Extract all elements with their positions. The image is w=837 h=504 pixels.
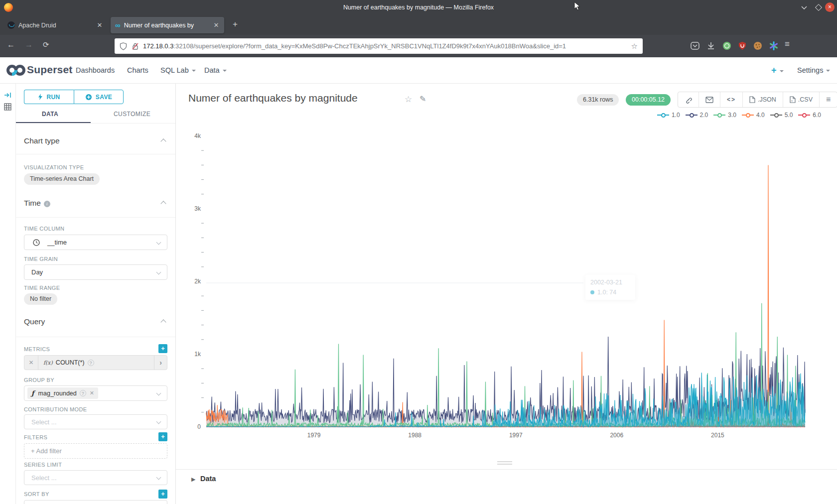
groupby-select[interactable]: ƒ mag_rounded ? ✕	[24, 385, 167, 401]
add-metric-button[interactable]: +	[158, 344, 167, 353]
groupby-pill[interactable]: ƒ mag_rounded ? ✕	[27, 387, 98, 399]
legend-item-2.0[interactable]: 2.0	[686, 112, 708, 119]
lightning-icon	[38, 94, 43, 100]
downloads-icon[interactable]	[706, 41, 716, 51]
tab-close-icon[interactable]: ✕	[213, 21, 220, 29]
nav-dashboards[interactable]: Dashboards	[76, 66, 115, 74]
druid-favicon	[7, 21, 15, 29]
email-button[interactable]	[698, 92, 720, 107]
legend-marker-icon	[770, 115, 782, 116]
export-json-button[interactable]: .JSON	[742, 92, 783, 107]
window-title: Numer of earthquakes by magnitude — Mozi…	[0, 0, 837, 15]
bookmark-star-icon[interactable]: ☆	[631, 42, 638, 51]
chevron-down-icon	[156, 475, 161, 480]
link-icon	[685, 96, 692, 104]
embed-code-button[interactable]: <>	[720, 92, 742, 107]
contribution-mode-label: CONTRIBUTION MODE	[24, 406, 87, 412]
legend-item-3.0[interactable]: 3.0	[713, 112, 736, 119]
help-icon: ?	[88, 360, 94, 366]
legend-item-6.0[interactable]: 6.0	[798, 112, 821, 119]
reload-icon[interactable]: ⟳	[43, 40, 49, 49]
insecure-padlock-icon[interactable]	[132, 42, 139, 50]
series-limit-select[interactable]: Select ...	[24, 470, 167, 485]
window-minimize-icon[interactable]	[801, 5, 807, 9]
back-icon[interactable]: ←	[7, 40, 15, 49]
pocket-icon[interactable]	[690, 41, 700, 51]
section-chart-type[interactable]: Chart type	[24, 136, 60, 145]
add-filter-button[interactable]: +	[158, 432, 167, 441]
nav-charts[interactable]: Charts	[127, 66, 148, 74]
tab-data[interactable]: DATA	[42, 111, 58, 118]
save-button[interactable]: SAVE	[74, 90, 124, 104]
metric-pill[interactable]: ✕ f(x)COUNT(*)? ›	[24, 355, 167, 370]
page-title: Numer of earthquakes by magnitude	[188, 92, 358, 104]
tab-superset-chart[interactable]: ∞ Numer of earthquakes by ✕	[111, 17, 224, 33]
new-chart-button[interactable]: +	[771, 65, 784, 76]
function-icon: ƒ	[31, 389, 34, 397]
chart-menu-button[interactable]: ≡	[819, 92, 837, 107]
chevron-up-icon[interactable]	[160, 319, 166, 325]
contribution-mode-select[interactable]: Select ...	[24, 414, 167, 429]
file-x-icon: x	[790, 96, 796, 103]
legend-item-5.0[interactable]: 5.0	[770, 112, 793, 119]
legend-label: 4.0	[756, 112, 765, 119]
url-text[interactable]: 172.18.0.3:32108/superset/explore/?form_…	[143, 42, 627, 50]
panel-resize-handle[interactable]	[497, 461, 512, 466]
url-bar[interactable]: 172.18.0.3:32108/superset/explore/?form_…	[115, 38, 643, 54]
cookie-icon[interactable]	[753, 41, 763, 51]
copy-link-button[interactable]	[678, 92, 698, 107]
firefox-logo-icon	[4, 3, 13, 12]
tracking-shield-icon[interactable]	[120, 42, 127, 50]
export-csv-button[interactable]: x .CSV	[783, 92, 819, 107]
time-grain-select[interactable]: Day	[24, 264, 167, 280]
rows-count-badge: 6.31k rows	[577, 94, 619, 106]
expand-data-icon[interactable]: ▶	[191, 476, 195, 483]
extension-asterisk-icon[interactable]	[769, 41, 779, 51]
chevron-up-icon[interactable]	[160, 138, 166, 144]
favorite-star-icon[interactable]: ☆	[405, 94, 412, 105]
clock-icon	[33, 239, 40, 246]
section-query[interactable]: Query	[24, 317, 45, 326]
remove-groupby-icon[interactable]: ✕	[90, 390, 94, 396]
legend-marker-icon	[686, 115, 698, 116]
timeseries-area-chart[interactable]: 01k2k3k4k19791988199720062015	[176, 124, 837, 452]
tab-label: Apache Druid	[18, 22, 93, 29]
section-time[interactable]: Timei	[24, 199, 50, 208]
viz-type-pill[interactable]: Time-series Area Chart	[24, 173, 100, 185]
dataset-grid-icon[interactable]	[4, 103, 12, 111]
time-column-select[interactable]: __time	[24, 235, 167, 250]
chart-legend: 1.02.03.04.05.06.0	[657, 112, 821, 119]
browser-tab-bar: Apache Druid ✕ ∞ Numer of earthquakes by…	[0, 15, 837, 35]
url-host: 172.18.0.3	[143, 42, 173, 50]
tab-apache-druid[interactable]: Apache Druid ✕	[3, 17, 108, 33]
tab-close-icon[interactable]: ✕	[96, 21, 103, 29]
superset-brand[interactable]: Superset	[27, 64, 72, 76]
forward-icon[interactable]: →	[25, 40, 33, 49]
run-button[interactable]: RUN	[24, 90, 74, 104]
window-close-button[interactable]: ×	[825, 2, 835, 12]
legend-item-4.0[interactable]: 4.0	[742, 112, 765, 119]
remove-metric-icon[interactable]: ✕	[24, 356, 38, 370]
nav-data[interactable]: Data	[204, 66, 227, 74]
extension-monkey-icon[interactable]	[722, 41, 732, 51]
add-sort-button[interactable]: +	[158, 490, 167, 499]
settings-menu[interactable]: Settings	[797, 66, 830, 74]
browser-toolbar: ← → ⟳ 172.18.0.3:32108/superset/explore/…	[0, 35, 837, 57]
ublock-icon[interactable]	[737, 41, 747, 51]
chevron-up-icon[interactable]	[160, 201, 166, 206]
sort-by-select[interactable]	[24, 500, 167, 504]
tab-customize[interactable]: CUSTOMIZE	[114, 111, 150, 118]
time-range-pill[interactable]: No filter	[24, 293, 57, 305]
add-filter-dropzone[interactable]: + Add filter	[24, 443, 167, 459]
edit-title-icon[interactable]: ✎	[419, 94, 426, 104]
new-tab-button[interactable]: +	[229, 19, 241, 29]
svg-text:2015: 2015	[711, 432, 724, 439]
legend-item-1.0[interactable]: 1.0	[657, 112, 680, 119]
expand-metric-icon[interactable]: ›	[154, 356, 167, 370]
nav-sql-lab[interactable]: SQL Lab	[160, 66, 196, 74]
export-toolbar: <> .JSON x .CSV ≡	[678, 92, 837, 108]
menu-hamburger-icon[interactable]: ≡	[785, 39, 790, 49]
collapse-panel-icon[interactable]	[4, 92, 12, 99]
data-panel-label[interactable]: Data	[200, 475, 216, 483]
tooltip-value: 1.0: 74	[597, 289, 616, 296]
